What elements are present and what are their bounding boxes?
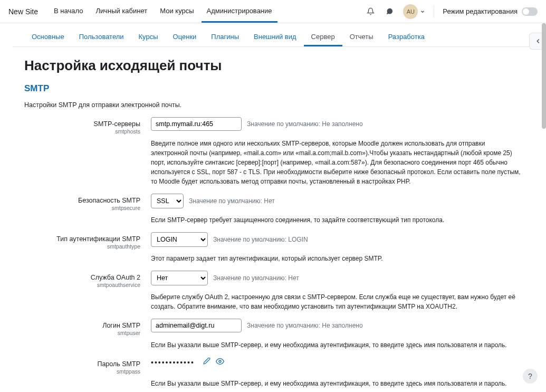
row-smtpsecure: Безопасность SMTP smtpsecure SSL Значени… (13, 194, 533, 211)
nav-dashboard[interactable]: Личный кабинет (90, 1, 152, 23)
label-smtpsecure: Безопасность SMTP (24, 197, 140, 204)
row-smtppass: Пароль SMTP smtppass •••••••••••• (13, 357, 533, 375)
password-masked: •••••••••••• (151, 358, 195, 367)
avatar: AU (403, 4, 418, 19)
tab-dev[interactable]: Разработка (381, 28, 432, 46)
label-smtpuser: Логин SMTP (24, 322, 140, 329)
default-smtphosts: Значение по умолчанию: Не заполнено (247, 120, 363, 128)
brand[interactable]: New Site (8, 7, 38, 16)
label-smtppass: Пароль SMTP (24, 360, 140, 368)
bell-icon[interactable] (365, 6, 376, 17)
tab-plugins[interactable]: Плагины (204, 28, 246, 46)
help-smtpauthtype: Этот параметр задает тип аутентификации,… (151, 254, 522, 263)
topbar: New Site В начало Личный кабинет Мои кур… (0, 0, 546, 23)
default-smtpauthtype: Значение по умолчанию: LOGIN (213, 236, 308, 243)
sublabel-smtpauthtype: smtpauthtype (24, 243, 140, 250)
tab-appearance[interactable]: Внешний вид (246, 28, 304, 46)
edit-mode-toggle: Режим редактирования (443, 7, 538, 16)
input-smtpuser[interactable] (151, 319, 242, 332)
help-button[interactable]: ? (523, 369, 538, 384)
label-smtphosts: SMTP-серверы (24, 120, 140, 128)
chevron-left-icon (534, 37, 542, 45)
sublabel-smtpsecure: smtpsecure (24, 205, 140, 211)
row-smtphosts: SMTP-серверы smtphosts Значение по умолч… (13, 117, 533, 135)
tab-courses[interactable]: Курсы (131, 28, 166, 46)
chat-icon[interactable] (384, 6, 395, 17)
content: Основные Пользователи Курсы Оценки Плаги… (0, 23, 546, 392)
section-smtp-title[interactable]: SMTP (24, 83, 522, 94)
nav-admin[interactable]: Администрирование (202, 1, 277, 23)
page-title: Настройка исходящей почты (24, 58, 522, 74)
help-smtpsecure: Если SMTP-сервер требует защищенного сое… (151, 215, 522, 225)
secondary-tabs: Основные Пользователи Курсы Оценки Плаги… (13, 23, 533, 47)
scrollbar[interactable] (542, 23, 546, 129)
tab-server[interactable]: Сервер (304, 28, 342, 46)
toggle-switch[interactable] (522, 7, 538, 16)
default-smtpuser: Значение по умолчанию: Не заполнено (247, 322, 363, 329)
help-smtpuser: Если Вы указали выше SMTP-сервер, и ему … (151, 340, 522, 350)
tab-grades[interactable]: Оценки (166, 28, 204, 46)
divider (434, 5, 434, 18)
edit-mode-label: Режим редактирования (443, 7, 518, 15)
row-smtpuser: Логин SMTP smtpuser Значение по умолчани… (13, 319, 533, 336)
sublabel-smtpoauth: smtpoauthservice (24, 282, 140, 288)
select-smtpauthtype[interactable]: LOGIN (151, 232, 208, 247)
label-smtpauthtype: Тип аутентификации SMTP (24, 235, 140, 243)
user-menu[interactable]: AU (403, 4, 425, 19)
help-smtphosts: Введите полное имя одного или нескольких… (151, 139, 522, 186)
select-smtpoauth[interactable]: Нет (151, 271, 208, 285)
sublabel-smtpuser: smtpuser (24, 330, 140, 336)
topbar-right: AU Режим редактирования (365, 4, 538, 19)
tab-reports[interactable]: Отчеты (342, 28, 381, 46)
row-smtpoauth: Служба OAuth 2 smtpoauthservice Нет Знач… (13, 271, 533, 288)
pencil-icon[interactable] (203, 357, 210, 367)
sublabel-smtppass: smtppass (24, 368, 140, 375)
nav-home[interactable]: В начало (49, 1, 88, 23)
primary-nav: В начало Личный кабинет Мои курсы Админи… (49, 1, 277, 23)
row-smtpauthtype: Тип аутентификации SMTP smtpauthtype LOG… (13, 232, 533, 250)
svg-point-0 (219, 360, 221, 362)
default-smtpoauth: Значение по умолчанию: Нет (213, 274, 299, 282)
eye-icon[interactable] (216, 357, 224, 367)
default-smtpsecure: Значение по умолчанию: Нет (189, 197, 275, 205)
label-smtpoauth: Служба OAuth 2 (24, 274, 140, 281)
tab-users[interactable]: Пользователи (72, 28, 131, 46)
input-smtphosts[interactable] (151, 117, 242, 131)
select-smtpsecure[interactable]: SSL (151, 194, 184, 208)
section-smtp-desc: Настройки SMTP для отправки электронной … (24, 101, 522, 109)
tab-general[interactable]: Основные (24, 28, 72, 46)
help-smtpoauth: Выберите службу OAuth 2, настроенную для… (151, 292, 522, 311)
chevron-down-icon (420, 9, 425, 14)
help-smtppass: Если Вы указали выше SMTP-сервер, и ему … (151, 379, 522, 388)
sublabel-smtphosts: smtphosts (24, 128, 140, 135)
nav-courses[interactable]: Мои курсы (155, 1, 199, 23)
